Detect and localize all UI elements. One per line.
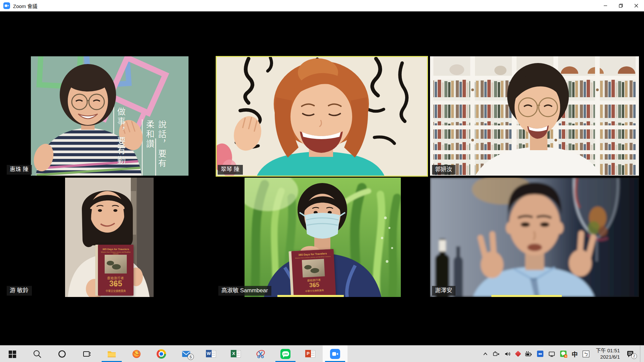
chrome-button[interactable] bbox=[149, 346, 174, 362]
camera-in-use-icon[interactable] bbox=[493, 351, 499, 357]
poster-text-column: 做事，要有勤 bbox=[115, 107, 127, 166]
active-audio-bar bbox=[491, 295, 562, 297]
kkbox-diamond-icon[interactable] bbox=[516, 352, 520, 356]
word-icon: W bbox=[206, 349, 216, 359]
system-tray: N 中 ㄅ 下午 01:51 2021/6/1 bbox=[483, 346, 644, 362]
start-button[interactable] bbox=[0, 346, 25, 362]
book-number: 365日 bbox=[98, 279, 133, 288]
close-button[interactable] bbox=[629, 0, 644, 11]
active-audio-bar bbox=[277, 295, 344, 297]
volume-icon[interactable] bbox=[504, 351, 511, 357]
task-view-button[interactable] bbox=[74, 346, 99, 362]
video-camera-icon bbox=[4, 3, 9, 8]
window-controls bbox=[598, 0, 644, 11]
video-tile-participant-5[interactable]: 365 Days for Travelers Wisdom from Chine… bbox=[245, 178, 401, 297]
book-subtitle: 中華文化佛教寶典 bbox=[98, 289, 133, 293]
firefox-icon bbox=[132, 349, 141, 359]
battery-charging-icon[interactable] bbox=[525, 351, 532, 357]
zoom-app-icon bbox=[3, 2, 10, 9]
powerpoint-icon: P bbox=[305, 349, 315, 359]
snipping-tool-icon bbox=[256, 349, 266, 359]
taskbar-clock[interactable]: 下午 01:51 2021/6/1 bbox=[594, 348, 621, 360]
book-365-days-for-travelers: 365 Days for Travelers Wisdom from Chine… bbox=[98, 245, 133, 296]
naver-chat-icon[interactable]: N bbox=[560, 351, 567, 357]
windows-taskbar: 5 W X bbox=[0, 345, 644, 362]
zoom-icon bbox=[330, 349, 340, 359]
video-tile-participant-6[interactable] bbox=[430, 178, 639, 297]
book-tagline: Wisdom from Chinese Literary and Buddhis… bbox=[98, 251, 133, 255]
window-title: Zoom 會議 bbox=[13, 2, 38, 9]
book-title: 365 Days for Travelers bbox=[98, 248, 133, 251]
file-explorer-button[interactable] bbox=[99, 346, 124, 362]
video-tile-participant-3[interactable] bbox=[430, 56, 639, 176]
firefox-button[interactable] bbox=[124, 346, 149, 362]
restore-button[interactable] bbox=[613, 0, 629, 11]
book-cover-art bbox=[105, 255, 127, 274]
file-explorer-icon bbox=[107, 349, 117, 359]
mail-button[interactable]: 5 bbox=[174, 346, 199, 362]
minimize-icon bbox=[603, 4, 607, 8]
book-cover-art bbox=[302, 259, 325, 277]
clock-time: 下午 01:51 bbox=[596, 348, 620, 354]
ime-language-mode[interactable]: 中 bbox=[572, 350, 578, 358]
display-project-icon[interactable] bbox=[548, 351, 555, 357]
notification-count-badge: 2 bbox=[631, 353, 637, 359]
participant-video bbox=[217, 57, 427, 176]
excel-button[interactable]: X bbox=[223, 346, 248, 362]
chrome-icon bbox=[157, 349, 166, 359]
participant-name-label: 翠琴 陳 bbox=[218, 165, 243, 175]
line-icon: LINE bbox=[280, 349, 290, 359]
word-button[interactable]: W bbox=[199, 346, 223, 362]
restore-icon bbox=[619, 4, 623, 8]
zoom-taskbar-button[interactable] bbox=[323, 346, 347, 362]
book-365-days-for-travelers: 365 Days for Travelers Wisdom from Chine… bbox=[291, 249, 336, 297]
search-icon bbox=[33, 349, 42, 359]
participant-name-label: 謝澤安 bbox=[432, 286, 455, 296]
line-button[interactable]: LINE bbox=[273, 346, 298, 362]
taskbar-apps: 5 W X bbox=[0, 346, 347, 362]
titlebar: Zoom 會議 bbox=[0, 0, 644, 11]
ime-zhuyin-key[interactable]: ㄅ bbox=[583, 351, 589, 357]
clock-date: 2021/6/1 bbox=[596, 354, 620, 360]
task-view-icon bbox=[82, 349, 92, 359]
participant-video bbox=[430, 56, 639, 176]
cortana-button[interactable] bbox=[50, 346, 74, 362]
participant-name-label: 郭妍汝 bbox=[432, 165, 455, 175]
participant-name-label: 惠珠 陳 bbox=[7, 165, 32, 175]
close-icon bbox=[634, 4, 638, 8]
poster-text-column: 說話，要有柔和讚 bbox=[144, 120, 168, 176]
powerpoint-button[interactable]: P bbox=[298, 346, 323, 362]
mail-unread-badge: 5 bbox=[187, 354, 194, 360]
video-tile-participant-2-active-speaker[interactable] bbox=[216, 56, 428, 177]
video-tile-participant-4[interactable]: 365 Days for Travelers Wisdom from Chine… bbox=[65, 178, 154, 297]
video-tile-participant-1[interactable]: 做事，要有勤 說話，要有柔和讚 bbox=[31, 56, 189, 176]
participant-name-label: 高淑敏 Sammbear bbox=[218, 286, 271, 296]
participant-name-label: 游 敏鈴 bbox=[7, 286, 32, 296]
search-button[interactable] bbox=[25, 346, 50, 362]
cortana-icon bbox=[57, 349, 67, 359]
minimize-button[interactable] bbox=[598, 0, 613, 11]
participant-video bbox=[430, 178, 639, 297]
snipping-tool-button[interactable] bbox=[248, 346, 273, 362]
windows-logo-icon bbox=[8, 350, 17, 358]
show-desktop-button[interactable] bbox=[640, 346, 643, 362]
hidden-icons-chevron[interactable] bbox=[483, 352, 488, 356]
teamviewer-icon[interactable] bbox=[537, 351, 543, 357]
action-center-button[interactable]: 2 bbox=[626, 350, 635, 358]
face-mask bbox=[305, 213, 340, 239]
excel-icon: X bbox=[231, 349, 241, 359]
zoom-meeting-window: Zoom 會議 bbox=[0, 0, 644, 362]
gallery-view: 做事，要有勤 說話，要有柔和讚 bbox=[0, 11, 644, 345]
